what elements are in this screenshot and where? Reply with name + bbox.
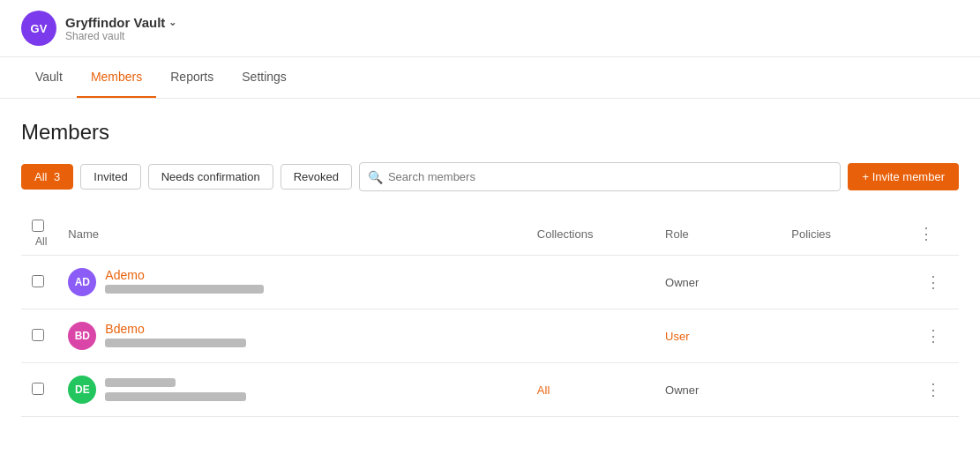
member-avatar-dedemo: DE [68, 376, 96, 404]
filter-bar: All 3 Invited Needs confirmation Revoked… [21, 162, 959, 191]
vault-info: Gryffindor Vault ⌄ Shared vault [65, 15, 176, 42]
member-row: BDBdemo [68, 322, 516, 350]
member-avatar-bdemo: BD [68, 322, 96, 350]
member-role: Owner [655, 256, 781, 309]
search-input[interactable] [359, 162, 841, 191]
member-role: User [655, 309, 781, 363]
member-collections [527, 309, 655, 363]
page-title: Members [21, 120, 959, 145]
member-collections: All [527, 363, 655, 417]
filter-revoked[interactable]: Revoked [281, 164, 352, 190]
th-name: Name [57, 212, 527, 256]
member-more-button-dedemo[interactable]: ⋮ [918, 376, 948, 403]
filter-needs-confirmation[interactable]: Needs confirmation [148, 164, 273, 190]
tab-members[interactable]: Members [77, 57, 156, 98]
member-name[interactable]: Bdemo [105, 322, 246, 336]
table-row: ADAdemoOwner⋮ [21, 256, 959, 309]
select-all-checkbox[interactable] [32, 220, 44, 232]
table-header-row: All Name Collections Role Policies ⋮ [21, 212, 959, 256]
tab-vault[interactable]: Vault [21, 57, 77, 98]
main-content: Members All 3 Invited Needs confirmation… [0, 99, 980, 438]
member-email-redacted [105, 391, 246, 404]
th-all-label: All [35, 235, 47, 248]
filter-invited[interactable]: Invited [80, 164, 140, 190]
member-role: Owner [655, 363, 781, 417]
table-row: BDBdemoUser⋮ [21, 309, 959, 363]
member-row: DE [68, 376, 516, 404]
table-row: DEAllOwner⋮ [21, 363, 959, 417]
th-policies: Policies [781, 212, 908, 256]
row-checkbox-dedemo[interactable] [32, 383, 44, 395]
th-more: ⋮ [908, 212, 959, 256]
vault-title: Gryffindor Vault [65, 15, 165, 30]
th-checkbox: All [21, 212, 57, 256]
row-checkbox-bdemo[interactable] [32, 329, 44, 341]
vault-chevron-icon: ⌄ [168, 17, 176, 28]
member-name-info [105, 376, 246, 404]
header: GV Gryffindor Vault ⌄ Shared vault [0, 0, 980, 57]
row-checkbox-ademo[interactable] [32, 275, 44, 287]
vault-name-row[interactable]: Gryffindor Vault ⌄ [65, 15, 176, 30]
table-more-icon: ⋮ [918, 225, 934, 242]
member-avatar-ademo: AD [68, 268, 96, 296]
member-more-button-bdemo[interactable]: ⋮ [918, 323, 948, 349]
member-collections [527, 256, 655, 309]
tab-reports[interactable]: Reports [156, 57, 228, 98]
th-collections: Collections [527, 212, 655, 256]
member-policies [781, 309, 908, 363]
member-email-redacted [105, 284, 264, 296]
member-name-redacted [105, 376, 246, 390]
member-policies [781, 363, 908, 417]
member-name-info: Ademo [105, 268, 264, 296]
vault-type: Shared vault [65, 30, 176, 42]
filter-all[interactable]: All 3 [21, 164, 73, 190]
member-email-redacted [105, 338, 246, 350]
member-more-button-ademo[interactable]: ⋮ [918, 269, 948, 295]
members-table: All Name Collections Role Policies ⋮ [21, 212, 959, 417]
vault-avatar: GV [21, 11, 56, 46]
search-wrapper: 🔍 [359, 162, 841, 191]
member-name-info: Bdemo [105, 322, 246, 350]
member-row: ADAdemo [68, 268, 516, 296]
member-policies [781, 256, 908, 309]
member-name[interactable]: Ademo [105, 268, 264, 282]
tab-settings[interactable]: Settings [228, 57, 301, 98]
search-icon: 🔍 [368, 170, 383, 184]
th-role: Role [655, 212, 781, 256]
nav-tabs: Vault Members Reports Settings [0, 57, 980, 99]
invite-member-button[interactable]: + Invite member [848, 163, 959, 190]
